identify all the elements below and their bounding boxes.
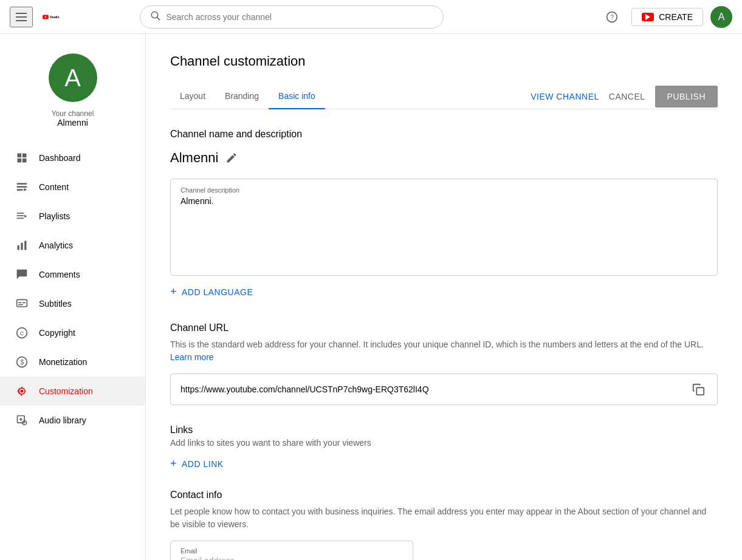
svg-rect-15	[17, 213, 24, 214]
svg-rect-11	[17, 183, 27, 185]
topnav: Studio ? CREATE A	[0, 0, 742, 34]
svg-rect-21	[24, 241, 26, 250]
copy-icon	[692, 383, 705, 396]
view-channel-button[interactable]: VIEW CHANNEL	[531, 92, 599, 101]
tab-actions: VIEW CHANNEL CANCEL PUBLISH	[531, 86, 718, 108]
email-label: Email	[180, 547, 403, 555]
url-section-title: Channel URL	[170, 323, 718, 333]
logo[interactable]: Studio	[43, 10, 62, 24]
user-avatar[interactable]: A	[710, 6, 732, 28]
svg-line-4	[157, 18, 160, 20]
links-title: Links	[170, 425, 718, 435]
sidebar-item-copyright[interactable]: C Copyright	[0, 318, 145, 347]
sidebar-item-content[interactable]: Content	[0, 172, 145, 202]
main-content: Channel customization Layout Branding Ba…	[146, 34, 742, 560]
channel-url-section: Channel URL This is the standard web add…	[170, 323, 718, 405]
sidebar-item-analytics[interactable]: Analytics	[0, 231, 145, 260]
create-button[interactable]: CREATE	[631, 8, 703, 26]
svg-rect-16	[17, 215, 24, 216]
svg-rect-8	[22, 154, 27, 158]
sidebar-item-subtitles[interactable]: Subtitles	[0, 289, 145, 318]
svg-rect-7	[18, 154, 22, 158]
svg-rect-22	[17, 299, 27, 307]
channel-info: A Your channel Almenni	[0, 44, 145, 143]
svg-marker-18	[24, 215, 27, 218]
contact-title: Contact info	[170, 490, 718, 500]
add-language-label: ADD LANGUAGE	[182, 287, 253, 297]
create-label: CREATE	[659, 12, 693, 22]
edit-channel-name-button[interactable]	[223, 149, 240, 166]
sidebar-item-label: Copyright	[39, 328, 75, 338]
sidebar-item-label: Comments	[39, 270, 80, 279]
svg-rect-23	[18, 302, 21, 304]
sidebar-item-label: Dashboard	[39, 153, 81, 163]
sidebar-item-audio-library[interactable]: Audio library	[0, 406, 145, 435]
sidebar: A Your channel Almenni Dashboard Content	[0, 34, 146, 560]
sidebar-item-label: Content	[39, 182, 69, 192]
email-field-wrap: Email	[170, 541, 413, 560]
svg-text:$: $	[21, 358, 24, 366]
cancel-button[interactable]: CANCEL	[609, 92, 645, 101]
content-icon	[15, 180, 29, 194]
sidebar-item-label: Playlists	[39, 211, 70, 221]
links-description: Add links to sites you want to share wit…	[170, 438, 718, 448]
sidebar-item-customization[interactable]: Customization	[0, 377, 145, 406]
tabs-bar: Layout Branding Basic info VIEW CHANNEL …	[170, 84, 718, 109]
search-bar	[140, 5, 444, 29]
publish-button[interactable]: PUBLISH	[655, 86, 718, 108]
svg-rect-34	[696, 388, 704, 395]
dashboard-icon	[15, 151, 29, 165]
email-input[interactable]	[180, 556, 403, 560]
svg-text:Studio: Studio	[50, 15, 59, 18]
channel-url-text: https://www.youtube.com/channel/UCSTnP7c…	[180, 384, 689, 394]
contact-description: Let people know how to contact you with …	[170, 505, 718, 531]
channel-url-field: https://www.youtube.com/channel/UCSTnP7c…	[170, 374, 718, 405]
tab-basic-info[interactable]: Basic info	[269, 84, 325, 109]
sidebar-item-dashboard[interactable]: Dashboard	[0, 143, 145, 172]
svg-marker-14	[24, 188, 27, 191]
hamburger-menu[interactable]	[10, 7, 33, 27]
add-language-button[interactable]: + ADD LANGUAGE	[170, 285, 253, 298]
add-link-button[interactable]: + ADD LINK	[170, 457, 224, 470]
playlists-icon	[15, 209, 29, 224]
svg-rect-19	[18, 245, 19, 250]
page-title: Channel customization	[170, 53, 718, 69]
copy-url-button[interactable]	[689, 380, 707, 398]
sidebar-item-comments[interactable]: Comments	[0, 260, 145, 289]
customization-icon	[15, 384, 29, 398]
sidebar-item-label: Analytics	[39, 241, 73, 250]
channel-label: Your channel	[52, 109, 94, 118]
channel-name-row: Almenni	[170, 149, 718, 166]
copyright-icon: C	[15, 326, 29, 340]
svg-rect-10	[22, 159, 27, 163]
svg-rect-17	[17, 218, 24, 219]
add-link-label: ADD LINK	[182, 459, 224, 469]
svg-text:?: ?	[611, 14, 614, 21]
avatar-letter: A	[718, 12, 725, 22]
channel-display-name: Almenni	[170, 150, 218, 166]
sidebar-item-playlists[interactable]: Playlists	[0, 202, 145, 231]
help-button[interactable]: ?	[600, 5, 624, 29]
channel-name: Almenni	[57, 118, 88, 128]
plus-icon: +	[170, 285, 177, 298]
sidebar-item-label: Monetization	[39, 357, 87, 367]
sidebar-item-monetization[interactable]: $ Monetization	[0, 347, 145, 377]
description-text[interactable]: Almenni.	[180, 196, 707, 206]
tab-layout[interactable]: Layout	[170, 84, 215, 109]
svg-rect-20	[21, 243, 22, 250]
name-description-section: Channel name and description Almenni Cha…	[170, 129, 718, 298]
search-icon	[150, 10, 161, 23]
links-section: Links Add links to sites you want to sha…	[170, 425, 718, 470]
youtube-logo-icon: Studio	[43, 10, 62, 24]
tab-branding[interactable]: Branding	[215, 84, 269, 109]
contact-info-section: Contact info Let people know how to cont…	[170, 490, 718, 560]
svg-rect-24	[22, 302, 26, 304]
channel-avatar: A	[49, 53, 97, 102]
learn-more-link[interactable]: Learn more	[170, 352, 214, 362]
name-section-title: Channel name and description	[170, 129, 718, 140]
plus-icon: +	[170, 457, 177, 470]
sidebar-item-label: Audio library	[39, 415, 86, 425]
search-input[interactable]	[166, 12, 433, 22]
sidebar-nav: Dashboard Content Playlists Analytics	[0, 143, 145, 435]
comments-icon	[15, 267, 29, 282]
